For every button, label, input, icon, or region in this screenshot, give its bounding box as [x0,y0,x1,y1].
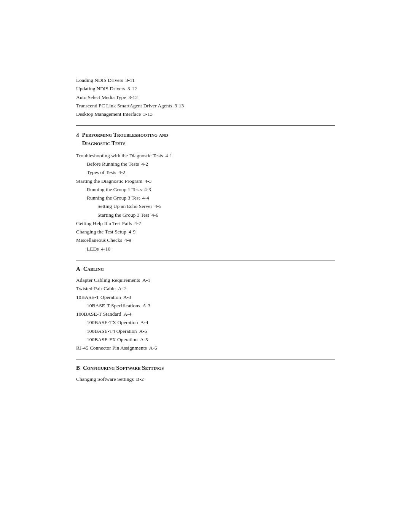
entry-title: 10BASE-T Operation [76,293,121,302]
entry-title: Updating NDIS Drivers [76,85,125,93]
toc-entry: Adapter Cabling Requirements A-1 [76,276,335,284]
entry-page: A-3 [142,302,150,310]
appendix-a: A Cabling Adapter Cabling Requirements A… [76,266,335,352]
page-content: Loading NDIS Drivers 3-11 Updating NDIS … [76,0,335,431]
entry-title: Before Running the Tests [87,160,139,168]
toc-entry: Setting Up an Echo Server 4-5 [76,202,335,211]
entry-page: 4-7 [134,219,141,228]
entry-page: 4-10 [101,245,111,253]
toc-entry: 10BASE-T Specifications A-3 [76,302,335,310]
entry-title: Desktop Management Interface [76,110,141,118]
chapter-number: 4 [76,131,79,140]
entry-page: 3-12 [128,93,138,102]
entry-title: 100BASE-FX Operation [87,335,138,344]
appendix-letter: B [76,365,80,371]
entry-title: Running the Group 3 Test [87,194,140,202]
entry-title: Auto Select Media Type [76,93,126,102]
entry-title: Getting Help If a Test Fails [76,219,132,228]
toc-entry: 100BASE-TX Operation A-4 [76,318,335,327]
toc-entry: 10BASE-T Operation A-3 [76,293,335,302]
toc-entry: 100BASE-T Standard A-4 [76,310,335,318]
entry-page: 3-13 [175,102,184,110]
toc-entry: Running the Group 1 Tests 4-3 [76,185,335,194]
entry-page: A-5 [139,327,147,335]
entry-page: A-4 [124,310,132,318]
appendix-entries: Changing Software Settings B-2 [76,375,335,383]
entry-title: Types of Tests [87,168,116,177]
entry-page: 3-11 [126,76,135,85]
toc-entry: Transcend PC Link SmartAgent Driver Agen… [76,102,335,110]
entry-title: 100BASE-T Standard [76,310,121,318]
entry-page: A-6 [149,344,157,352]
entry-page: A-3 [123,293,131,302]
appendix-title: Cabling [83,266,104,272]
chapter-4: 4 Performing Troubleshooting andDiagnost… [76,131,335,253]
toc-entry: Starting the Group 3 Test 4-6 [76,211,335,219]
appendix-heading: A Cabling [76,266,335,272]
entry-page: 3-12 [127,85,137,93]
toc-entry: LEDs 4-10 [76,245,335,253]
toc-entry: Getting Help If a Test Fails 4-7 [76,219,335,228]
entry-page: 4-6 [151,211,158,219]
entry-title: RJ-45 Connector Pin Assignments [76,344,147,352]
appendix-entries: Adapter Cabling Requirements A-1 Twisted… [76,276,335,352]
toc-entry: Updating NDIS Drivers 3-12 [76,85,335,93]
entry-page: 4-4 [142,194,149,202]
entry-page: A-5 [140,335,148,344]
entry-page: A-4 [140,318,148,327]
entry-page: A-1 [142,276,150,284]
toc-entry: Desktop Management Interface 3-13 [76,110,335,118]
toc-entry: Loading NDIS Drivers 3-11 [76,76,335,85]
toc-entry: 100BASE-T4 Operation A-5 [76,327,335,335]
toc-entry: RJ-45 Connector Pin Assignments A-6 [76,344,335,352]
toc-entry: Types of Tests 4-2 [76,168,335,177]
entry-title: LEDs [87,245,99,253]
entry-title: Troubleshooting with the Diagnostic Test… [76,152,163,160]
entry-title: 100BASE-TX Operation [87,318,138,327]
entry-page: 4-2 [141,160,148,168]
toc-entry: Auto Select Media Type 3-12 [76,93,335,102]
entry-title: Miscellaneous Checks [76,236,122,244]
entry-title: 10BASE-T Specifications [87,302,140,310]
entry-page: 4-3 [145,177,151,185]
toc-entry: Changing Software Settings B-2 [76,375,335,383]
entry-page: B-2 [136,375,144,383]
entry-title: Running the Group 1 Tests [87,185,142,194]
entry-page: 4-1 [166,152,172,160]
entry-title: Twisted-Pair Cable [76,284,116,293]
toc-entry: Changing the Test Setup 4-9 [76,228,335,236]
entry-page: 3-13 [143,110,153,118]
chapter-entries: Troubleshooting with the Diagnostic Test… [76,152,335,253]
divider [76,125,335,126]
entry-title: Transcend PC Link SmartAgent Driver Agen… [76,102,172,110]
toc-entry: Running the Group 3 Test 4-4 [76,194,335,202]
entry-page: 4-2 [118,168,125,177]
entry-title: Adapter Cabling Requirements [76,276,140,284]
appendix-b: B Configuring Software Settings Changing… [76,365,335,383]
toc-entry: Starting the Diagnostic Program 4-3 [76,177,335,185]
appendix-title: Configuring Software Settings [83,365,164,371]
entry-title: Setting Up an Echo Server [97,202,152,211]
top-entries-block: Loading NDIS Drivers 3-11 Updating NDIS … [76,76,335,118]
chapter-title: Performing Troubleshooting andDiagnostic… [82,131,168,148]
toc-entry: 100BASE-FX Operation A-5 [76,335,335,344]
toc-entry: Twisted-Pair Cable A-2 [76,284,335,293]
toc-entry: Miscellaneous Checks 4-9 [76,236,335,244]
entry-title: Starting the Group 3 Test [97,211,149,219]
entry-page: 4-9 [124,236,131,244]
entry-title: Changing Software Settings [76,375,134,383]
entry-title: Starting the Diagnostic Program [76,177,142,185]
entry-title: 100BASE-T4 Operation [87,327,137,335]
entry-page: 4-9 [129,228,135,236]
entry-title: Changing the Test Setup [76,228,126,236]
entry-page: 4-5 [155,202,161,211]
toc-entry: Before Running the Tests 4-2 [76,160,335,168]
divider [76,260,335,260]
divider [76,359,335,359]
entry-title: Loading NDIS Drivers [76,76,123,85]
chapter-heading: 4 Performing Troubleshooting andDiagnost… [76,131,335,148]
entry-page: A-2 [118,284,126,293]
appendix-letter: A [76,266,80,272]
entry-page: 4-3 [144,185,151,194]
toc-entry: Troubleshooting with the Diagnostic Test… [76,152,335,160]
